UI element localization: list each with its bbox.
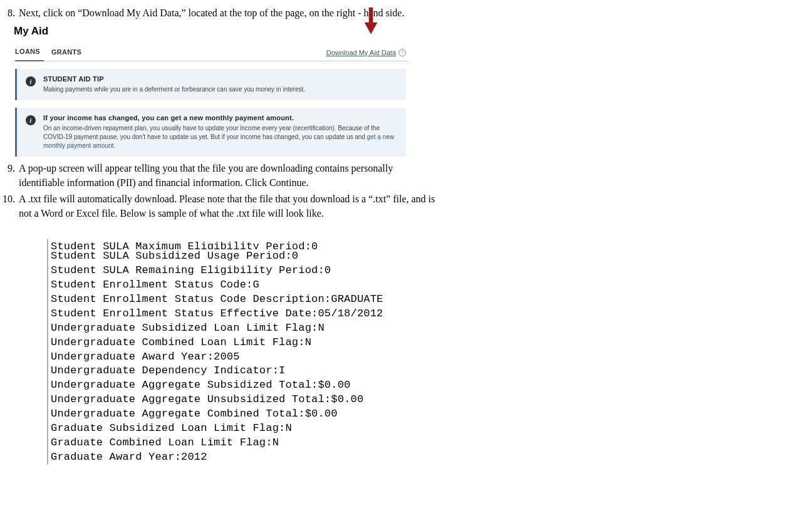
my-aid-heading: My Aid xyxy=(13,25,409,38)
txt-line: Graduate Subsidized Loan Limit Flag:N xyxy=(51,422,292,434)
step-number: 8. xyxy=(0,6,19,20)
student-aid-tip-box: i STUDENT AID TIP Making payments while … xyxy=(15,69,406,100)
txt-line: Undergraduate Combined Loan Limit Flag:N xyxy=(51,336,311,348)
txt-line: Graduate Award Year:2012 xyxy=(51,451,207,463)
red-arrow-icon xyxy=(365,8,377,34)
tip-title: If your income has changed, you can get … xyxy=(43,114,397,122)
tip-text: Making payments while you are in a defer… xyxy=(43,85,397,94)
info-content: STUDENT AID TIP Making payments while yo… xyxy=(43,75,397,94)
tab-grants[interactable]: GRANTS xyxy=(51,44,89,61)
step-number: 10. xyxy=(0,192,19,220)
help-icon[interactable]: ? xyxy=(398,49,406,56)
txt-line: Undergraduate Dependency Indicator:I xyxy=(51,365,285,376)
txt-line: Graduate Combined Loan Limit Flag:N xyxy=(51,437,279,448)
txt-line: Student SULA Remaining Eligibility Perio… xyxy=(51,264,331,276)
txt-line: Undergraduate Aggregate Unsubsidized Tot… xyxy=(51,393,363,405)
download-my-aid-data-link[interactable]: Download My Aid Data xyxy=(326,49,396,56)
txt-line: Student Enrollment Status Code:G xyxy=(51,279,259,291)
step-8: 8. Next, click on “Download My Aid Data,… xyxy=(0,6,451,20)
info-icon: i xyxy=(26,76,36,86)
txt-line: Undergraduate Aggregate Subsidized Total… xyxy=(51,379,350,391)
tip-title: STUDENT AID TIP xyxy=(43,75,397,83)
tab-loans[interactable]: LOANS xyxy=(15,44,44,61)
tip-text-pre: On an income-driven repayment plan, you … xyxy=(43,125,380,140)
tip-text: On an income-driven repayment plan, you … xyxy=(43,124,397,150)
txt-line: Undergraduate Subsidized Loan Limit Flag… xyxy=(51,322,325,334)
tip-text-post: . xyxy=(113,142,115,149)
step-number: 9. xyxy=(0,162,19,190)
txt-line: Student Enrollment Status Effective Date… xyxy=(51,308,383,319)
income-changed-box: i If your income has changed, you can ge… xyxy=(15,108,406,157)
step-text: Next, click on “Download My Aid Data,” l… xyxy=(19,6,451,20)
tabs-row: LOANS GRANTS Download My Aid Data ? xyxy=(13,44,409,61)
txt-line: Student Enrollment Status Code Descripti… xyxy=(51,293,383,305)
download-link-container: Download My Aid Data ? xyxy=(326,49,406,56)
info-icon: i xyxy=(26,115,36,125)
step-9: 9. A pop-up screen will appear telling y… xyxy=(0,162,451,190)
step-text: A .txt file will automatically download.… xyxy=(19,192,451,220)
txt-line: Student SULA Subsidized Usage Period:0 xyxy=(51,250,298,262)
my-aid-screenshot: My Aid LOANS GRANTS Download My Aid Data… xyxy=(13,25,409,157)
txt-file-sample: Student SULA Maximum Eligibility Period:… xyxy=(47,239,451,465)
info-content: If your income has changed, you can get … xyxy=(43,114,397,150)
step-10: 10. A .txt file will automatically downl… xyxy=(0,192,451,220)
txt-line: Undergraduate Aggregate Combined Total:$… xyxy=(51,408,338,420)
txt-line: Undergraduate Award Year:2005 xyxy=(51,351,240,363)
step-text: A pop-up screen will appear telling you … xyxy=(19,162,451,190)
txt-line: Student SULA Maximum Eligibility Period:… xyxy=(51,239,451,249)
